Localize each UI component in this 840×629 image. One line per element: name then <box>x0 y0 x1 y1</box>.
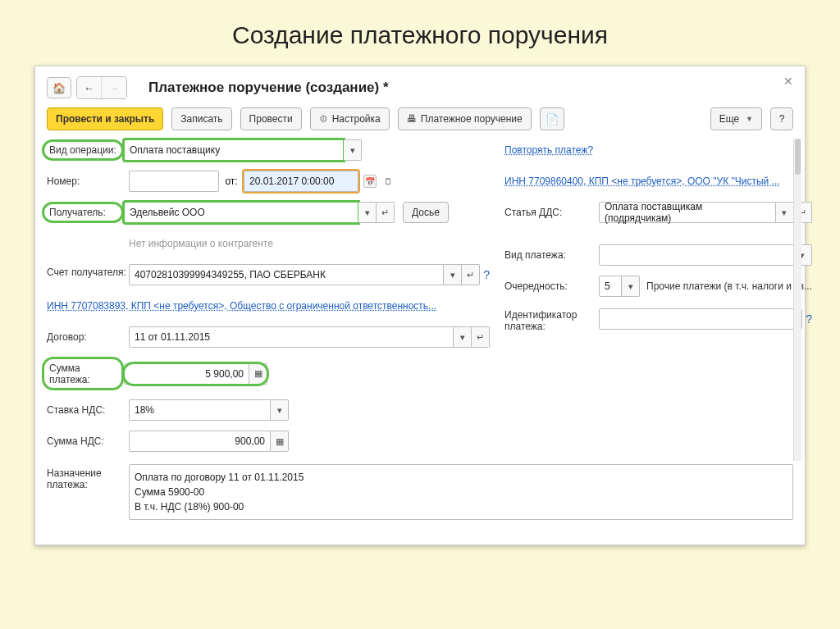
more-button[interactable]: Еще ▼ <box>710 107 762 130</box>
calendar-icon[interactable]: 📅 <box>363 175 377 188</box>
priority-label: Очередность: <box>504 280 599 292</box>
payment-id-help[interactable]: ? <box>806 312 812 326</box>
amount-input[interactable]: 5 900,00 <box>124 363 249 385</box>
nav-bar: 🏠 ← → Платежное поручение (создание) * <box>47 76 793 99</box>
home-button[interactable]: 🏠 <box>47 77 71 98</box>
recipient-account-dropdown[interactable]: ▾ <box>444 264 462 285</box>
recipient-input[interactable]: Эдельвейс ООО <box>124 202 358 223</box>
recipient-label: Получатель: <box>42 202 124 223</box>
form-area: Вид операции: Оплата поставщику ▾ Номер:… <box>47 139 793 461</box>
page-heading: Создание платежного поручения <box>0 0 840 66</box>
attach-button[interactable]: 📄 <box>540 107 564 130</box>
payment-order-label: Платежное поручение <box>421 113 523 125</box>
paytype-input[interactable] <box>599 244 794 266</box>
forward-button[interactable]: → <box>102 77 126 98</box>
recipient-account-help[interactable]: ? <box>483 268 490 281</box>
recipient-account-input[interactable]: 40702810399994349255, ПАО СБЕРБАНК <box>129 264 444 285</box>
number-label: Номер: <box>47 175 129 187</box>
scrollbar-thumb[interactable] <box>795 139 801 175</box>
settings-label: Настройка <box>332 113 381 125</box>
purpose-line-2: Сумма 5900-00 <box>135 485 788 499</box>
purpose-line-3: В т.ч. НДС (18%) 900-00 <box>135 499 788 514</box>
op-type-label: Вид операции: <box>42 139 124 161</box>
number-input[interactable] <box>129 171 219 192</box>
save-button[interactable]: Записать <box>171 107 231 130</box>
chevron-down-icon: ▼ <box>746 115 753 123</box>
op-type-dropdown[interactable]: ▾ <box>344 139 362 161</box>
print-icon: 🖶 <box>407 113 417 125</box>
from-label: от: <box>219 175 244 187</box>
no-counterparty-info: Нет информации о контрагенте <box>129 238 273 249</box>
date-input[interactable]: 20.01.2017 0:00:00 <box>244 171 358 192</box>
amount-label: Сумма платежа: <box>42 357 124 390</box>
recipient-dropdown[interactable]: ▾ <box>358 202 377 223</box>
vat-amount-input[interactable]: 900,00 <box>129 431 271 452</box>
app-window: ✕ 🏠 ← → Платежное поручение (создание) *… <box>34 66 806 545</box>
contract-label: Договор: <box>47 331 129 343</box>
toolbar: Провести и закрыть Записать Провести ⚙ Н… <box>47 107 793 130</box>
payment-order-button[interactable]: 🖶 Платежное поручение <box>398 107 532 130</box>
dds-dropdown[interactable]: ▾ <box>776 202 794 223</box>
priority-input[interactable]: 5 <box>599 276 622 297</box>
vat-rate-label: Ставка НДС: <box>47 404 129 416</box>
back-button[interactable]: ← <box>77 77 102 98</box>
purpose-label: Назначение платежа: <box>47 464 129 490</box>
vat-amount-label: Сумма НДС: <box>47 435 129 447</box>
priority-description: Прочие платежи (в т.ч. налоги и вз... <box>646 280 812 292</box>
payment-id-input[interactable] <box>599 308 802 330</box>
window-title: Платежное поручение (создание) * <box>148 80 389 96</box>
contract-dropdown[interactable]: ▾ <box>454 326 472 348</box>
payment-id-label: Идентификатор платежа: <box>504 306 599 332</box>
inn-link[interactable]: ИНН 7709860400, КПП <не требуется>, ООО … <box>504 175 780 187</box>
scrollbar-track[interactable] <box>793 139 801 461</box>
purpose-textarea[interactable]: Оплата по договору 11 от 01.11.2015 Сумм… <box>129 464 793 520</box>
close-icon[interactable]: ✕ <box>783 75 793 88</box>
repeat-payment-link[interactable]: Повторять платеж? <box>504 144 593 156</box>
recipient-open[interactable]: ↵ <box>377 202 395 223</box>
op-type-input[interactable]: Оплата поставщику <box>124 139 344 161</box>
contract-open[interactable]: ↵ <box>472 326 490 348</box>
right-column: Повторять платеж? ИНН 7709860400, КПП <н… <box>504 139 812 461</box>
amount-calc[interactable]: ▦ <box>249 363 267 385</box>
post-button[interactable]: Провести <box>240 107 302 130</box>
vat-rate-dropdown[interactable]: ▾ <box>271 399 289 421</box>
dds-input[interactable]: Оплата поставщикам (подрядчикам) <box>599 202 776 223</box>
gear-icon: ⚙ <box>319 113 328 125</box>
purpose-line-1: Оплата по договору 11 от 01.11.2015 <box>135 470 788 485</box>
post-and-close-button[interactable]: Провести и закрыть <box>47 107 163 130</box>
more-label: Еще <box>719 113 739 125</box>
left-column: Вид операции: Оплата поставщику ▾ Номер:… <box>47 139 490 461</box>
dossier-button[interactable]: Досье <box>403 202 449 223</box>
recipient-account-open[interactable]: ↵ <box>462 264 480 285</box>
recipient-account-label: Счет получателя: <box>47 263 129 278</box>
org-link[interactable]: ИНН 7707083893, КПП <не требуется>, Обще… <box>47 300 436 312</box>
vat-amount-calc[interactable]: ▦ <box>271 431 289 452</box>
settings-button[interactable]: ⚙ Настройка <box>310 107 390 130</box>
contract-input[interactable]: 11 от 01.11.2015 <box>129 326 454 348</box>
paytype-label: Вид платежа: <box>504 249 599 261</box>
help-button[interactable]: ? <box>770 107 793 130</box>
nav-history-group: ← → <box>76 76 127 99</box>
dds-label: Статья ДДС: <box>504 207 599 218</box>
priority-dropdown[interactable]: ▾ <box>622 276 640 297</box>
doc-icon[interactable]: 🗒 <box>381 175 395 188</box>
vat-rate-input[interactable]: 18% <box>129 399 271 421</box>
